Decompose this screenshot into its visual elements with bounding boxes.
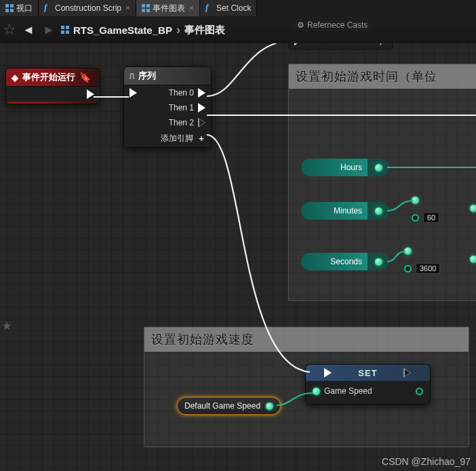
gear-icon: ⚙ bbox=[297, 20, 304, 30]
node-header: ◈ 事件开始运行 🔖 bbox=[6, 68, 100, 86]
tab-label: Set Clock bbox=[216, 3, 251, 13]
seconds-mult-in[interactable] bbox=[404, 247, 412, 255]
tab-bar: 视口 f Construction Scrip × 事件图表 × f Set C… bbox=[0, 0, 476, 16]
add-pin-row[interactable]: 添加引脚 ＋ bbox=[124, 130, 211, 147]
data-pin[interactable] bbox=[412, 197, 419, 204]
pin-label: Then 2 bbox=[169, 118, 194, 127]
grid-icon bbox=[142, 4, 150, 12]
function-icon: f bbox=[44, 4, 52, 12]
set-game-speed-node[interactable]: SET Game Speed bbox=[305, 364, 431, 405]
minutes-const-in[interactable]: 60 bbox=[412, 212, 439, 223]
node-row: Then 2 bbox=[124, 115, 211, 130]
exec-out-pin[interactable] bbox=[87, 89, 94, 99]
pin-label: Then 1 bbox=[169, 103, 194, 112]
exec-out-pin[interactable] bbox=[403, 368, 411, 377]
watermark: CSDN @Zhichao_97 bbox=[382, 456, 471, 467]
seconds-out[interactable] bbox=[470, 255, 476, 263]
tab-label: 视口 bbox=[16, 3, 33, 14]
event-icon: ◈ bbox=[12, 73, 18, 83]
tab-construction-script[interactable]: f Construction Scrip × bbox=[39, 0, 136, 16]
data-pin[interactable] bbox=[470, 205, 476, 212]
node-title: 事件开始运行 bbox=[22, 71, 75, 83]
exec-out-pin-0[interactable] bbox=[198, 88, 205, 98]
hours-pin[interactable]: Hours bbox=[301, 159, 389, 176]
reference-casts-label: ⚙ Refernece Casts bbox=[292, 19, 373, 31]
value-box[interactable]: 3600 bbox=[416, 263, 440, 274]
breadcrumb[interactable]: RTS_GameState_BP › 事件图表 bbox=[61, 23, 225, 37]
data-pin[interactable] bbox=[470, 255, 476, 263]
data-pin[interactable] bbox=[375, 207, 382, 215]
pin-label: Then 0 bbox=[169, 88, 194, 98]
nav-back-button[interactable]: ◄ bbox=[20, 22, 37, 38]
breadcrumb-leaf: 事件图表 bbox=[184, 24, 225, 37]
function-icon: f bbox=[205, 4, 214, 12]
close-icon[interactable]: × bbox=[125, 3, 130, 13]
exec-out-pin-2[interactable] bbox=[198, 118, 205, 127]
chevron-right-icon: › bbox=[176, 23, 180, 37]
exec-in-pin[interactable] bbox=[130, 88, 137, 98]
value-box[interactable]: 60 bbox=[423, 212, 439, 223]
node-row: Game Speed bbox=[306, 382, 430, 400]
seconds-pin[interactable]: Seconds bbox=[301, 253, 389, 270]
plus-icon: ＋ bbox=[197, 133, 205, 144]
grid-icon bbox=[5, 4, 14, 12]
grid-icon bbox=[61, 26, 69, 34]
data-pin[interactable] bbox=[404, 265, 412, 272]
bookmark-star-icon[interactable]: ★ bbox=[1, 319, 12, 333]
tab-label: 事件图表 bbox=[153, 3, 185, 14]
favorite-icon[interactable]: ☆ bbox=[3, 21, 16, 39]
comment-title[interactable]: 设置初始游戏时间（单位 bbox=[289, 64, 476, 89]
breadcrumb-bar: ☆ ◄ ► RTS_GameState_BP › 事件图表 bbox=[0, 16, 476, 43]
tab-label: Construction Scrip bbox=[55, 3, 121, 13]
tab-viewport[interactable]: 视口 bbox=[0, 0, 39, 16]
minutes-pin[interactable]: Minutes bbox=[301, 202, 389, 220]
default-game-speed-var[interactable]: Default Game Speed bbox=[176, 396, 281, 415]
node-header: SET bbox=[306, 365, 430, 381]
minutes-mult-in[interactable] bbox=[412, 197, 419, 204]
sequence-icon: ⎍ bbox=[130, 71, 134, 81]
data-pin[interactable] bbox=[375, 164, 382, 171]
data-out-pin[interactable] bbox=[416, 388, 423, 395]
add-pin-label: 添加引脚 bbox=[161, 133, 193, 144]
var-name: Game Speed bbox=[324, 386, 372, 396]
data-pin[interactable] bbox=[412, 214, 419, 222]
node-row: Then 0 bbox=[124, 85, 211, 100]
comment-title[interactable]: 设置初始游戏速度 bbox=[144, 327, 469, 352]
node-title: 序列 bbox=[138, 70, 156, 82]
close-icon[interactable]: × bbox=[189, 3, 194, 13]
nav-forward-button[interactable]: ► bbox=[41, 22, 57, 38]
data-pin[interactable] bbox=[404, 247, 412, 255]
seconds-const-in[interactable]: 3600 bbox=[404, 263, 440, 274]
var-label: Default Game Speed bbox=[184, 401, 260, 411]
data-in-pin[interactable] bbox=[313, 388, 320, 395]
tab-set-clock[interactable]: f Set Clock bbox=[200, 0, 257, 16]
sequence-node[interactable]: ⎍ 序列 Then 0 Then 1 Then 2 添加引脚 ＋ bbox=[123, 66, 212, 148]
event-beginplay-node[interactable]: ◈ 事件开始运行 🔖 bbox=[5, 68, 100, 104]
minutes-out[interactable] bbox=[470, 205, 476, 212]
node-header: ⎍ 序列 bbox=[124, 67, 211, 85]
tab-event-graph[interactable]: 事件图表 × bbox=[136, 0, 200, 16]
breadcrumb-root: RTS_GameState_BP bbox=[73, 24, 172, 36]
bookmark-icon[interactable]: 🔖 bbox=[79, 72, 91, 83]
node-row: Then 1 bbox=[124, 100, 211, 115]
data-pin[interactable] bbox=[375, 258, 382, 266]
node-title: SET bbox=[358, 368, 377, 378]
exec-in-pin[interactable] bbox=[324, 368, 332, 377]
exec-out-pin-1[interactable] bbox=[198, 103, 205, 112]
data-out-pin[interactable] bbox=[266, 403, 273, 410]
